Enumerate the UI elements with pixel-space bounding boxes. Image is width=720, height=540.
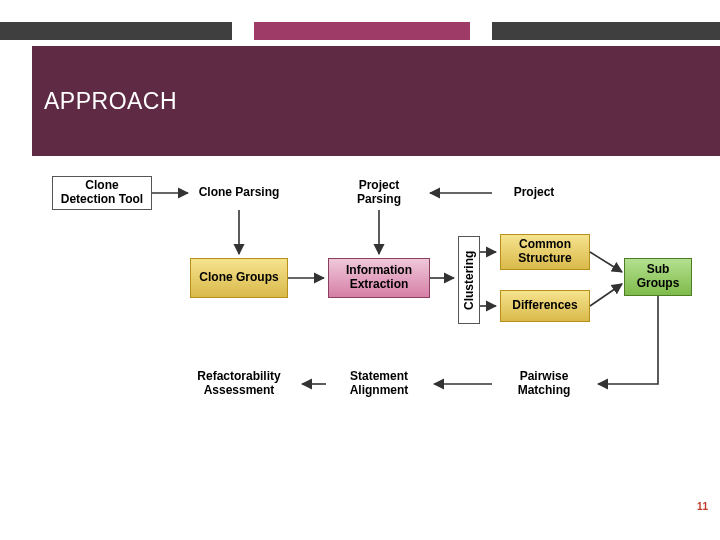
title-band: APPROACH xyxy=(32,46,720,156)
accent-bar-magenta xyxy=(254,22,470,40)
node-clone-groups: Clone Groups xyxy=(190,258,288,298)
accent-bar-dark-1 xyxy=(0,22,232,40)
node-information-extraction: Information Extraction xyxy=(328,258,430,298)
accent-bar-dark-2 xyxy=(492,22,720,40)
node-common-structure: Common Structure xyxy=(500,234,590,270)
page-number: 11 xyxy=(697,501,708,512)
node-differences: Differences xyxy=(500,290,590,322)
node-project: Project xyxy=(494,176,574,210)
node-sub-groups: Sub Groups xyxy=(624,258,692,296)
slide-title: APPROACH xyxy=(44,88,177,115)
diagram: Clone Detection Tool Clone Parsing Proje… xyxy=(0,168,720,540)
node-project-parsing: Project Parsing xyxy=(332,176,426,210)
node-clone-detection-tool: Clone Detection Tool xyxy=(52,176,152,210)
node-statement-alignment: Statement Alignment xyxy=(328,366,430,402)
node-pairwise-matching: Pairwise Matching xyxy=(494,366,594,402)
node-clustering: Clustering xyxy=(458,236,480,324)
node-refactorability-assessment: Refactorability Assessment xyxy=(178,366,300,402)
node-clone-parsing: Clone Parsing xyxy=(192,176,286,210)
accent-bars xyxy=(0,22,720,40)
